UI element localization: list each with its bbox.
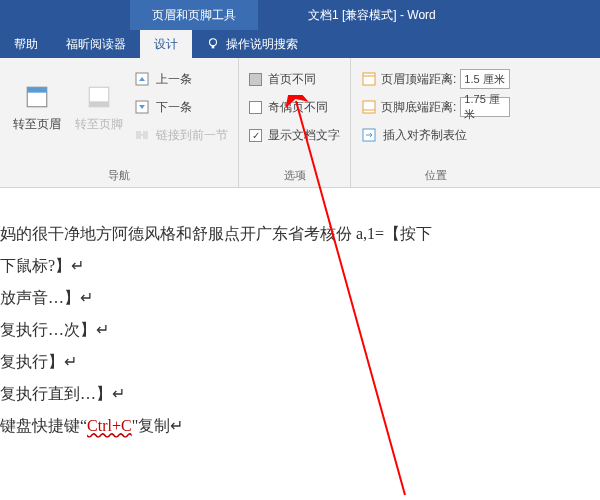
header-distance-label: 页眉顶端距离: [381,71,456,88]
goto-footer-icon [86,84,112,110]
lightbulb-icon [206,37,220,51]
contextual-tool-tab: 页眉和页脚工具 [130,0,258,30]
previous-button[interactable]: 上一条 [134,68,228,90]
doc-line: 复执行】↵ [0,346,600,378]
tell-me-label: 操作说明搜索 [226,36,298,53]
svg-rect-11 [363,73,375,85]
svg-rect-1 [212,46,215,49]
ribbon-tab-strip: 帮助 福昕阅读器 设计 操作说明搜索 [0,30,600,58]
goto-header-icon [24,84,50,110]
footer-distance-label: 页脚底端距离: [381,99,456,116]
group-position: 页眉顶端距离: 1.5 厘米 页脚底端距离: 1.75 厘米 插入对齐制表位 位… [351,58,520,187]
tell-me-search[interactable]: 操作说明搜索 [192,30,312,58]
doc-line: 放声音…】↵ [0,282,600,314]
goto-footer-label: 转至页脚 [75,116,123,133]
doc-line: 妈的很干净地方阿德风格和舒服点开广东省考核份 a,1=【按下 [0,218,600,250]
insert-alignment-tab-button[interactable]: 插入对齐制表位 [361,124,510,146]
svg-rect-3 [27,87,47,92]
different-odd-even-checkbox[interactable]: 奇偶页不同 [249,96,340,118]
different-odd-even-label: 奇偶页不同 [268,99,328,116]
document-body[interactable]: 妈的很干净地方阿德风格和舒服点开广东省考核份 a,1=【按下 下鼠标?】↵ 放声… [0,188,600,442]
tab-foxit[interactable]: 福昕阅读器 [52,30,140,58]
doc-line: 下鼠标?】↵ [0,250,600,282]
doc-line: 复执行…次】↵ [0,314,600,346]
goto-header-button[interactable]: 转至页眉 [10,64,64,146]
previous-label: 上一条 [156,71,192,88]
goto-footer-button: 转至页脚 [72,64,126,146]
group-navigation-label: 导航 [10,166,228,185]
header-distance-input[interactable]: 1.5 厘米 [460,69,510,89]
checkbox-icon [249,101,262,114]
footer-distance-icon [361,99,377,115]
svg-point-0 [210,39,217,46]
doc-line: 键盘快捷键“Ctrl+C"复制↵ [0,410,600,442]
svg-rect-10 [140,134,144,136]
insert-tab-label: 插入对齐制表位 [383,127,467,144]
different-first-page-checkbox[interactable]: 首页不同 [249,68,340,90]
link-previous-label: 链接到前一节 [156,127,228,144]
next-icon [134,99,150,115]
group-options: 首页不同 奇偶页不同 显示文档文字 选项 [239,58,351,187]
svg-rect-13 [363,101,375,113]
group-navigation: 转至页眉 转至页脚 上一条 下一条 链接到前一节 [0,58,239,187]
checkbox-icon [249,73,262,86]
group-options-label: 选项 [249,166,340,185]
doc-line: 复执行直到…】↵ [0,378,600,410]
tab-help[interactable]: 帮助 [0,30,52,58]
insert-tab-icon [361,127,377,143]
footer-distance-row: 页脚底端距离: 1.75 厘米 [361,96,510,118]
svg-rect-5 [89,101,109,106]
show-document-text-label: 显示文档文字 [268,127,340,144]
different-first-page-label: 首页不同 [268,71,316,88]
spellcheck-underline: Ctrl+C [87,417,132,434]
footer-distance-input[interactable]: 1.75 厘米 [460,97,510,117]
goto-header-label: 转至页眉 [13,116,61,133]
header-distance-icon [361,71,377,87]
tab-design[interactable]: 设计 [140,30,192,58]
previous-icon [134,71,150,87]
document-title: 文档1 [兼容模式] - Word [258,0,600,30]
group-position-label: 位置 [361,166,510,185]
link-previous-button: 链接到前一节 [134,124,228,146]
link-previous-icon [134,127,150,143]
header-distance-row: 页眉顶端距离: 1.5 厘米 [361,68,510,90]
next-button[interactable]: 下一条 [134,96,228,118]
ribbon: 转至页眉 转至页脚 上一条 下一条 链接到前一节 [0,58,600,188]
title-bar: 页眉和页脚工具 文档1 [兼容模式] - Word [0,0,600,30]
checkbox-icon [249,129,262,142]
show-document-text-checkbox[interactable]: 显示文档文字 [249,124,340,146]
next-label: 下一条 [156,99,192,116]
